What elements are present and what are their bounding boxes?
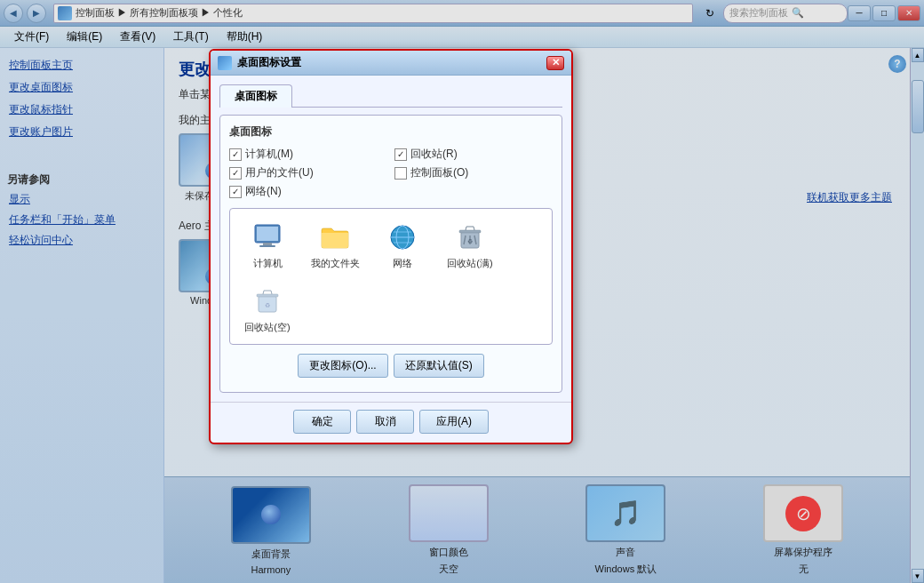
change-icon-button[interactable]: 更改图标(O)... <box>298 354 387 378</box>
recycle-empty-icon-label: 回收站(空) <box>244 322 290 333</box>
svg-rect-3 <box>259 245 275 247</box>
svg-rect-1 <box>257 227 278 241</box>
cb-recycle[interactable]: 回收站(R) <box>394 147 553 162</box>
apply-button[interactable]: 应用(A) <box>419 410 489 434</box>
recycle-empty-icon: ♻ <box>250 284 285 319</box>
dialog-close-button[interactable]: ✕ <box>546 56 564 70</box>
tab-desktop-icons[interactable]: 桌面图标 <box>219 84 292 108</box>
dialog-inner: 桌面图标 计算机(M) 回收站(R) 用户的文件(U) 控制面板(O) <box>219 115 562 393</box>
desktop-icon-settings-dialog: 桌面图标设置 ✕ 桌面图标 桌面图标 计算机(M) 回收站(R) <box>209 49 573 444</box>
cb-controlpanel[interactable]: 控制面板(O) <box>394 165 553 180</box>
dialog-tab-bar: 桌面图标 <box>219 84 562 108</box>
icons-grid: 计算机 我的文件夹 <box>229 208 553 345</box>
network-icon <box>385 220 420 255</box>
dialog-body: 桌面图标 桌面图标 计算机(M) 回收站(R) 用户的文件(U) <box>211 76 571 402</box>
dialog-title-text: 桌面图标设置 <box>237 55 546 70</box>
icon-recycle-empty[interactable]: ♻ 回收站(空) <box>237 280 298 337</box>
cb-computer-box[interactable] <box>229 148 242 161</box>
icon-recycle-full[interactable]: ♻ 回收站(满) <box>440 216 500 273</box>
ok-button[interactable]: 确定 <box>293 410 351 434</box>
folder-icon-label: 我的文件夹 <box>311 258 360 269</box>
desktop-icons-section-title: 桌面图标 <box>229 124 553 140</box>
svg-text:♻: ♻ <box>467 238 473 244</box>
cb-network-box[interactable] <box>229 186 242 198</box>
svg-rect-10 <box>459 230 481 233</box>
recycle-full-icon: ♻ <box>452 220 488 255</box>
computer-icon <box>250 220 285 255</box>
cb-userfiles-label: 用户的文件(U) <box>245 165 314 180</box>
cb-network[interactable]: 网络(N) <box>229 184 387 199</box>
svg-text:♻: ♻ <box>265 302 270 308</box>
cb-controlpanel-box[interactable] <box>394 167 407 180</box>
dialog-action-buttons: 更改图标(O)... 还原默认值(S) <box>229 354 553 378</box>
svg-rect-2 <box>263 243 272 245</box>
cb-computer[interactable]: 计算机(M) <box>229 147 387 162</box>
network-icon-label: 网络 <box>393 258 412 269</box>
dialog-footer: 确定 取消 应用(A) <box>211 402 571 443</box>
restore-defaults-button[interactable]: 还原默认值(S) <box>394 354 484 378</box>
cb-network-label: 网络(N) <box>245 184 282 199</box>
cb-userfiles-box[interactable] <box>229 167 242 180</box>
checkbox-grid: 计算机(M) 回收站(R) 用户的文件(U) 控制面板(O) 网络(N) <box>229 147 553 199</box>
icon-folder[interactable]: 我的文件夹 <box>305 216 365 273</box>
cb-controlpanel-label: 控制面板(O) <box>410 165 468 180</box>
dialog-icon <box>218 56 232 70</box>
dialog-title-bar: 桌面图标设置 ✕ <box>211 51 571 76</box>
folder-icon <box>317 220 353 255</box>
cb-recycle-label: 回收站(R) <box>410 147 458 162</box>
icon-computer[interactable]: 计算机 <box>237 216 298 273</box>
cb-recycle-box[interactable] <box>394 148 407 161</box>
cb-computer-label: 计算机(M) <box>245 147 293 162</box>
icon-network[interactable]: 网络 <box>372 216 433 273</box>
computer-icon-label: 计算机 <box>253 258 283 269</box>
cancel-button[interactable]: 取消 <box>356 410 414 434</box>
recycle-full-icon-label: 回收站(满) <box>447 258 492 269</box>
svg-rect-13 <box>257 294 278 297</box>
cb-userfiles[interactable]: 用户的文件(U) <box>229 165 387 180</box>
